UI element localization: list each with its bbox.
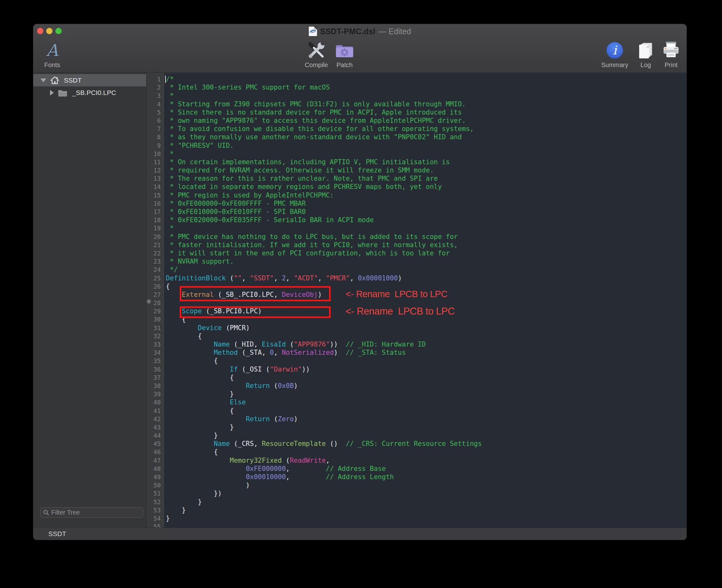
- code-line: /*: [166, 75, 686, 83]
- line-number: 5: [147, 108, 164, 117]
- disclosure-right-icon[interactable]: [50, 90, 54, 96]
- line-number: 52: [147, 498, 164, 506]
- line-number-gutter: 1234567891011121314151617181920212223242…: [147, 73, 164, 528]
- line-number: 37: [147, 374, 164, 382]
- line-number: 38: [147, 382, 164, 390]
- code-line: */: [166, 266, 686, 274]
- line-number: 35: [147, 357, 164, 365]
- line-number: 50: [147, 481, 164, 489]
- line-number: 25: [147, 274, 164, 282]
- code-line: {: [166, 407, 686, 415]
- line-number: 2: [147, 83, 164, 91]
- code-line: [166, 523, 686, 528]
- code-lines: /* * Intel 300-series PMC support for ma…: [166, 75, 686, 528]
- titlebar: SSDT-PMC.dsl — Edited: [33, 24, 686, 39]
- code-line: Return (0x0B): [166, 382, 686, 390]
- line-number: 27: [147, 291, 164, 299]
- log-button[interactable]: Log: [633, 40, 658, 69]
- line-number: 7: [147, 125, 164, 133]
- code-line: 0xFE000000, // Address Base: [166, 465, 686, 473]
- code-line: }: [166, 432, 686, 440]
- code-line: Memory32Fixed (ReadWrite,: [166, 456, 686, 465]
- fonts-label: Fonts: [44, 61, 60, 69]
- line-number: 46: [147, 448, 164, 456]
- code-line: *: [166, 224, 686, 232]
- sidebar-item-ssdt[interactable]: SSDT: [33, 74, 146, 86]
- line-number: 20: [147, 233, 164, 241]
- fonts-icon: A: [46, 41, 58, 59]
- text-caret: [165, 76, 166, 83]
- annotation-text-2: <- Rename LPCB to LPC: [345, 306, 455, 317]
- filter-tree-input[interactable]: Filter Tree: [40, 507, 143, 518]
- code-line: }: [166, 423, 686, 432]
- code-line: Device (PMCR): [166, 324, 686, 332]
- log-label: Log: [640, 61, 651, 69]
- line-number: 26: [147, 282, 164, 291]
- code-line: * PMC device has nothing to do to LPC bu…: [166, 233, 686, 241]
- code-line: * faster initialisation. If we add it to…: [166, 241, 686, 249]
- print-icon: [662, 40, 680, 60]
- code-line: * To avoid confusion we disable this dev…: [166, 125, 686, 133]
- code-line: * own naming "APP9876" to access this de…: [166, 117, 686, 125]
- line-number: 45: [147, 440, 164, 448]
- print-button[interactable]: Print: [657, 40, 685, 69]
- fonts-button[interactable]: A Fonts: [38, 40, 66, 69]
- line-number: 39: [147, 390, 164, 398]
- print-label: Print: [664, 61, 677, 69]
- filter-placeholder: Filter Tree: [51, 509, 80, 516]
- line-number: 9: [147, 142, 164, 150]
- line-number: 53: [147, 506, 164, 514]
- code-line: * 0xFE020000~0xFE035FFF - SerialIo BAR i…: [166, 216, 686, 224]
- line-number: 13: [147, 174, 164, 183]
- code-line: ): [166, 481, 686, 489]
- document-icon[interactable]: [309, 26, 317, 36]
- annotation-box-2: [180, 306, 331, 318]
- patch-icon: [335, 40, 354, 60]
- code-line: DefinitionBlock ("", "SSDT", 2, "ACDT", …: [166, 274, 686, 282]
- sidebar-item-sb-pci0-lpc[interactable]: _SB.PCI0.LPC: [33, 86, 146, 99]
- code-line: {: [166, 332, 686, 340]
- line-number: 22: [147, 249, 164, 257]
- disclosure-down-icon[interactable]: [41, 79, 46, 82]
- line-number: 4: [147, 100, 164, 108]
- code-line: *: [166, 91, 686, 100]
- summary-button[interactable]: i Summary: [596, 40, 634, 69]
- compile-icon: [306, 40, 326, 60]
- compile-button[interactable]: Compile: [297, 40, 335, 69]
- line-number: 44: [147, 432, 164, 440]
- code-line: Name (_CRS, ResourceTemplate () // _CRS:…: [166, 440, 686, 448]
- line-number: 40: [147, 398, 164, 406]
- home-icon: [50, 76, 60, 85]
- patch-button[interactable]: Patch: [330, 40, 359, 69]
- code-line: }: [166, 514, 686, 523]
- line-number: 23: [147, 257, 164, 266]
- code-line: * On certain implementations, including …: [166, 158, 686, 166]
- line-number: 3: [147, 91, 164, 100]
- window-title-edited: — Edited: [378, 27, 411, 36]
- main-content: SSDT _SB.PCI0.LPC: [33, 73, 686, 528]
- line-number: 43: [147, 423, 164, 432]
- line-number: 21: [147, 241, 164, 249]
- info-icon: i: [607, 42, 623, 59]
- toolbar: A Fonts Compile: [33, 39, 686, 72]
- line-number: 19: [147, 224, 164, 232]
- code-line: }): [166, 489, 686, 498]
- window-title-area: SSDT-PMC.dsl — Edited: [33, 24, 686, 39]
- code-line: * Intel 300-series PMC support for macOS: [166, 83, 686, 91]
- annotation-box-1: [180, 286, 331, 301]
- line-number: 10: [147, 150, 164, 158]
- line-number: 33: [147, 340, 164, 349]
- line-number: 31: [147, 324, 164, 332]
- line-number: 8: [147, 133, 164, 141]
- line-number: 41: [147, 407, 164, 415]
- code-line: * Since there is no standard device for …: [166, 108, 686, 117]
- code-line: * Starting from Z390 chipsets PMC (D31:F…: [166, 100, 686, 108]
- code-line: * located in separate memory regions and…: [166, 183, 686, 191]
- line-number: 15: [147, 191, 164, 200]
- code-line: * 0xFE000000~0xFE00FFFF - PMC MBAR: [166, 200, 686, 208]
- code-editor[interactable]: /* * Intel 300-series PMC support for ma…: [164, 73, 686, 528]
- log-icon: [637, 40, 655, 60]
- status-bar: SSDT: [33, 528, 686, 540]
- code-line: * 0xFE010000~0xFE010FFF - SPI BAR0: [166, 208, 686, 216]
- code-line: * required for NVRAM access. Otherwise i…: [166, 166, 686, 174]
